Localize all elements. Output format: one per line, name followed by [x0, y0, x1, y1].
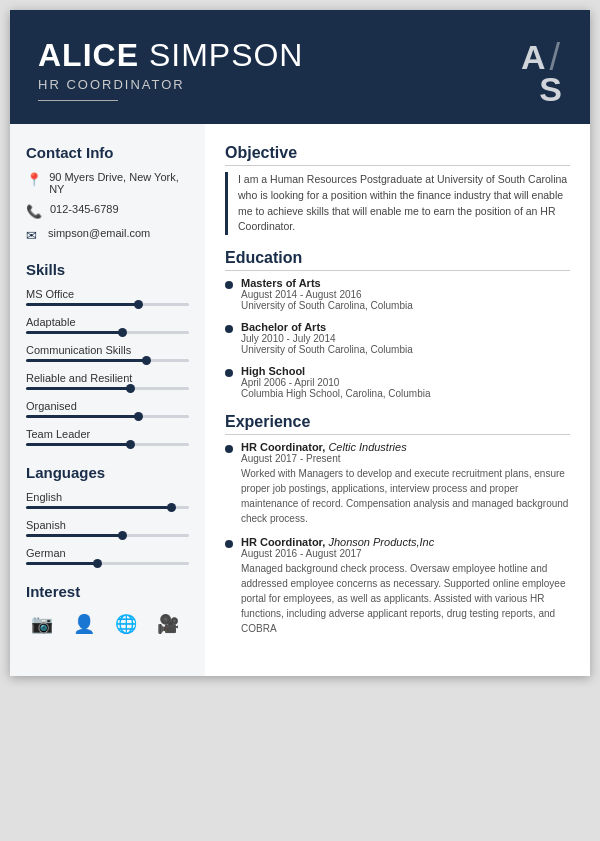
objective-section: Objective I am a Human Resources Postgra… — [225, 144, 570, 235]
objective-text: I am a Human Resources Postgraduate at U… — [225, 172, 570, 235]
skill-bar-bg — [26, 387, 189, 390]
language-item: Spanish — [26, 519, 189, 537]
bullet-icon — [225, 445, 233, 453]
language-bar-fill — [26, 562, 99, 565]
objective-title: Objective — [225, 144, 570, 166]
skills-section: Skills MS Office Adaptable Communication… — [26, 261, 189, 446]
skill-item: Team Leader — [26, 428, 189, 446]
experience-item: HR Coordinator, Jhonson Products,Inc Aug… — [225, 536, 570, 636]
email-text: simpson@email.com — [48, 227, 150, 239]
experience-section: Experience HR Coordinator, Celtic Indust… — [225, 413, 570, 636]
interest-title: Interest — [26, 583, 189, 600]
education-title: Education — [225, 249, 570, 271]
experience-content: HR Coordinator, Celtic Industries August… — [241, 441, 570, 526]
bullet-icon — [225, 281, 233, 289]
contact-section: Contact Info 📍 90 Myers Drive, New York,… — [26, 144, 189, 243]
email-icon: ✉ — [26, 228, 40, 243]
location-icon: 📍 — [26, 172, 41, 187]
bullet-icon — [225, 369, 233, 377]
skill-label: Reliable and Resilient — [26, 372, 189, 384]
education-item: Bachelor of Arts July 2010 - July 2014 U… — [225, 321, 570, 355]
header-name: ALICE SIMPSON — [38, 38, 303, 73]
language-item: English — [26, 491, 189, 509]
languages-section: Languages English Spanish German — [26, 464, 189, 565]
header: ALICE SIMPSON HR COORDINATOR A / S — [10, 10, 590, 124]
languages-list: English Spanish German — [26, 491, 189, 565]
skill-label: MS Office — [26, 288, 189, 300]
language-label: English — [26, 491, 189, 503]
skill-bar-bg — [26, 331, 189, 334]
education-content: Masters of Arts August 2014 - August 201… — [241, 277, 413, 311]
experience-company: Jhonson Products,Inc — [328, 536, 434, 548]
header-left: ALICE SIMPSON HR COORDINATOR — [38, 38, 303, 101]
video-icon: 🎥 — [152, 610, 184, 638]
contact-title: Contact Info — [26, 144, 189, 161]
skill-bar-bg — [26, 359, 189, 362]
education-school: University of South Carolina, Columbia — [241, 344, 413, 355]
camera-icon: 📷 — [26, 610, 58, 638]
skill-item: Adaptable — [26, 316, 189, 334]
first-name: ALICE — [38, 37, 139, 73]
phone-text: 012-345-6789 — [50, 203, 119, 215]
skill-bar-fill — [26, 331, 124, 334]
contact-phone: 📞 012-345-6789 — [26, 203, 189, 219]
interest-section: Interest 📷 👤 🌐 🎥 — [26, 583, 189, 638]
skill-label: Communication Skills — [26, 344, 189, 356]
education-date: April 2006 - April 2010 — [241, 377, 431, 388]
skill-item: MS Office — [26, 288, 189, 306]
language-bar-bg — [26, 506, 189, 509]
contact-address: 📍 90 Myers Drive, New York, NY — [26, 171, 189, 195]
monogram: A / S — [521, 38, 562, 106]
language-label: German — [26, 547, 189, 559]
contact-email: ✉ simpson@email.com — [26, 227, 189, 243]
globe-icon: 🌐 — [110, 610, 142, 638]
person-icon: 👤 — [68, 610, 100, 638]
experience-desc: Worked with Managers to develop and exec… — [241, 466, 570, 526]
main-content: Objective I am a Human Resources Postgra… — [205, 124, 590, 676]
language-item: German — [26, 547, 189, 565]
skill-bar-fill — [26, 387, 132, 390]
sidebar: Contact Info 📍 90 Myers Drive, New York,… — [10, 124, 205, 676]
experience-date: August 2016 - August 2017 — [241, 548, 570, 559]
skills-list: MS Office Adaptable Communication Skills… — [26, 288, 189, 446]
resume-container: ALICE SIMPSON HR COORDINATOR A / S Conta… — [10, 10, 590, 676]
experience-company: Celtic Industries — [328, 441, 406, 453]
skill-bar-bg — [26, 415, 189, 418]
experience-desc: Managed background check process. Oversa… — [241, 561, 570, 636]
skill-bar-bg — [26, 303, 189, 306]
skill-label: Team Leader — [26, 428, 189, 440]
education-school: Columbia High School, Carolina, Columbia — [241, 388, 431, 399]
education-school: University of South Carolina, Columbia — [241, 300, 413, 311]
skill-bar-fill — [26, 443, 132, 446]
experience-title-text: HR Coordinator, Jhonson Products,Inc — [241, 536, 570, 548]
experience-date: August 2017 - Present — [241, 453, 570, 464]
experience-title-text: HR Coordinator, Celtic Industries — [241, 441, 570, 453]
interest-icons: 📷 👤 🌐 🎥 — [26, 610, 189, 638]
monogram-a: A — [521, 40, 546, 74]
language-bar-fill — [26, 506, 173, 509]
education-date: July 2010 - July 2014 — [241, 333, 413, 344]
body: Contact Info 📍 90 Myers Drive, New York,… — [10, 124, 590, 676]
bullet-icon — [225, 540, 233, 548]
education-content: High School April 2006 - April 2010 Colu… — [241, 365, 431, 399]
job-title: HR COORDINATOR — [38, 77, 303, 92]
skill-item: Reliable and Resilient — [26, 372, 189, 390]
skill-label: Organised — [26, 400, 189, 412]
skill-label: Adaptable — [26, 316, 189, 328]
language-label: Spanish — [26, 519, 189, 531]
bullet-icon — [225, 325, 233, 333]
education-item: High School April 2006 - April 2010 Colu… — [225, 365, 570, 399]
education-item: Masters of Arts August 2014 - August 201… — [225, 277, 570, 311]
education-content: Bachelor of Arts July 2010 - July 2014 U… — [241, 321, 413, 355]
education-date: August 2014 - August 2016 — [241, 289, 413, 300]
skill-item: Communication Skills — [26, 344, 189, 362]
education-degree: High School — [241, 365, 431, 377]
experience-list: HR Coordinator, Celtic Industries August… — [225, 441, 570, 636]
skill-bar-bg — [26, 443, 189, 446]
skill-item: Organised — [26, 400, 189, 418]
skill-bar-fill — [26, 359, 148, 362]
experience-content: HR Coordinator, Jhonson Products,Inc Aug… — [241, 536, 570, 636]
monogram-slash: / — [549, 38, 560, 76]
skill-bar-fill — [26, 303, 140, 306]
language-bar-bg — [26, 534, 189, 537]
